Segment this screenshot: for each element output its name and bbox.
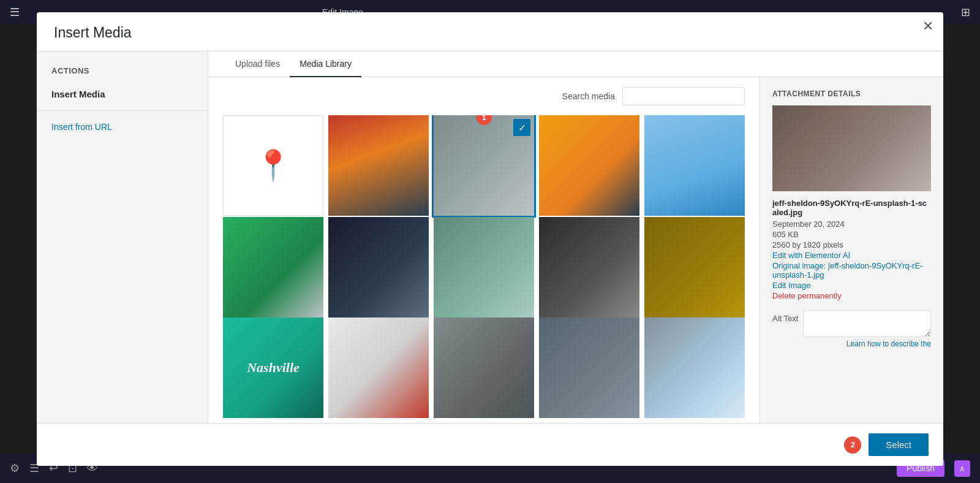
modal-main: Upload files Media Library Search media bbox=[208, 51, 943, 423]
modal-body: Actions Insert Media Insert from URL Upl… bbox=[37, 51, 943, 423]
map-pin-icon: 📍 bbox=[255, 148, 292, 183]
attachment-details-panel: ATTACHMENT DETAILS jeff-sheldon-9SyOKYrq… bbox=[760, 77, 943, 423]
alt-text-label: Alt Text bbox=[772, 310, 798, 323]
media-item[interactable] bbox=[539, 115, 639, 216]
media-item-selected[interactable]: 1 ✓ bbox=[434, 115, 534, 216]
settings-icon[interactable]: ⚙ bbox=[10, 462, 20, 475]
attachment-dimensions: 2560 by 1920 pixels bbox=[772, 240, 931, 249]
media-item[interactable]: 📍 bbox=[223, 115, 323, 216]
search-input[interactable] bbox=[622, 87, 745, 105]
attachment-date: September 20, 2024 bbox=[772, 219, 931, 229]
media-item[interactable] bbox=[328, 217, 429, 318]
modal-title: Insert Media bbox=[54, 25, 132, 51]
selection-badge: 1 bbox=[476, 115, 492, 125]
footer-selection-badge: 2 bbox=[844, 436, 861, 454]
search-label: Search media bbox=[562, 91, 615, 101]
sidebar-nav-insert-media[interactable]: Insert Media bbox=[37, 83, 208, 105]
modal-overlay: Insert Media ✕ Actions Insert Media Inse… bbox=[0, 25, 980, 454]
media-item[interactable] bbox=[434, 318, 534, 418]
media-toolbar: Search media bbox=[208, 77, 760, 115]
media-item[interactable] bbox=[644, 318, 745, 418]
attachment-panel-title: ATTACHMENT DETAILS bbox=[772, 89, 931, 98]
attachment-filename: jeff-sheldon-9SyOKYrq-rE-unsplash-1-scal… bbox=[772, 199, 931, 217]
alt-text-row: Alt Text Learn how to describe the bbox=[772, 310, 931, 348]
select-button[interactable]: Select bbox=[869, 433, 929, 456]
modal-header: Insert Media ✕ bbox=[37, 12, 943, 51]
attachment-filesize: 605 KB bbox=[772, 230, 931, 239]
tab-upload-files[interactable]: Upload files bbox=[225, 51, 290, 77]
media-item[interactable] bbox=[328, 318, 429, 418]
media-content: Search media 📍 bbox=[208, 77, 943, 423]
delete-permanently-link[interactable]: Delete permanently bbox=[772, 291, 931, 300]
sidebar-section-title: Actions bbox=[37, 51, 208, 83]
tabs-container: Upload files Media Library bbox=[208, 51, 943, 77]
learn-link[interactable]: Learn how to describe the bbox=[803, 340, 931, 348]
media-grid-area: Search media 📍 bbox=[208, 77, 760, 423]
edit-with-elementor-ai-link[interactable]: Edit with Elementor AI bbox=[772, 251, 931, 260]
media-item[interactable] bbox=[328, 115, 429, 216]
check-badge: ✓ bbox=[513, 119, 530, 136]
sidebar-divider bbox=[37, 110, 208, 111]
media-item[interactable] bbox=[539, 217, 639, 318]
edit-image-link[interactable]: Edit Image bbox=[772, 281, 931, 290]
modal-footer: 2 Select bbox=[37, 423, 943, 466]
media-grid: 📍 1 ✓ bbox=[208, 115, 760, 423]
original-image-link[interactable]: Original image: jeff-sheldon-9SyOKYrq-rE… bbox=[772, 261, 931, 280]
media-item[interactable] bbox=[434, 217, 534, 318]
attachment-preview bbox=[772, 105, 931, 191]
grid-icon[interactable]: ⊞ bbox=[961, 6, 970, 19]
alt-text-input[interactable] bbox=[803, 310, 931, 337]
menu-icon[interactable]: ☰ bbox=[10, 6, 20, 19]
sidebar-link-insert-url[interactable]: Insert from URL bbox=[37, 116, 208, 138]
media-item[interactable] bbox=[644, 115, 745, 216]
media-item[interactable] bbox=[539, 318, 639, 418]
media-item[interactable] bbox=[223, 217, 323, 318]
modal-sidebar: Actions Insert Media Insert from URL bbox=[37, 51, 208, 423]
media-item[interactable]: Nashville bbox=[223, 318, 323, 418]
insert-media-modal: Insert Media ✕ Actions Insert Media Inse… bbox=[37, 12, 943, 466]
tab-media-library[interactable]: Media Library bbox=[290, 51, 361, 77]
modal-close-button[interactable]: ✕ bbox=[922, 20, 933, 33]
media-item[interactable] bbox=[644, 217, 745, 318]
chevron-up-button[interactable]: ∧ bbox=[954, 460, 970, 477]
